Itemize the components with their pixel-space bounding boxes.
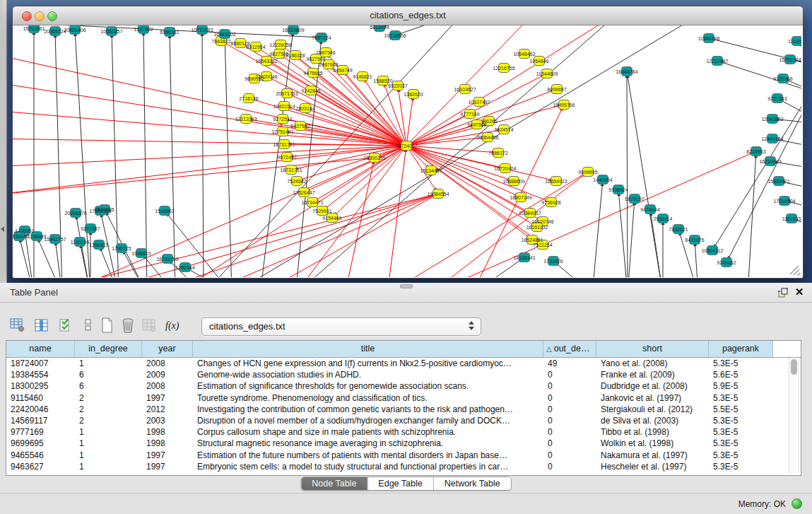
svg-text:19384554: 19384554: [427, 192, 449, 197]
column-header-short[interactable]: short: [596, 341, 709, 357]
svg-text:2520605: 2520605: [95, 207, 114, 212]
tab-node-table[interactable]: Node Table: [301, 477, 367, 490]
table-row[interactable]: 2242004622012Investigating the contribut…: [6, 404, 801, 415]
svg-text:9475685: 9475685: [303, 71, 322, 76]
table-row[interactable]: 1938455462009Genome-wide association stu…: [6, 369, 801, 380]
scrollbar-thumb[interactable]: [791, 359, 797, 375]
citation-edge-red: [295, 151, 403, 277]
citation-edge-black: [695, 246, 698, 277]
tab-network-table[interactable]: Network Table: [433, 477, 511, 490]
svg-text:7386372: 7386372: [488, 151, 507, 156]
citation-edge-black: [143, 35, 147, 277]
column-header-out_de[interactable]: △out_de…: [543, 341, 596, 357]
table-cell: 14569117: [6, 415, 75, 426]
table-selector-combo[interactable]: citations_edges.txt: [201, 317, 481, 336]
svg-text:9672457: 9672457: [277, 155, 296, 160]
table-cell: Tibbo et al. (1998): [596, 426, 709, 438]
combo-stepper-icon: [469, 321, 474, 332]
svg-text:16210643: 16210643: [759, 159, 781, 164]
table-cell: 0: [543, 392, 596, 404]
memory-status-indicator[interactable]: [792, 498, 802, 509]
svg-text:20671753: 20671753: [276, 91, 298, 96]
function-builder-button[interactable]: f(x): [164, 315, 182, 335]
window-resize-grip[interactable]: [790, 266, 800, 276]
svg-text:1112054: 1112054: [788, 39, 801, 44]
svg-text:2933114: 2933114: [654, 216, 673, 221]
citation-edge-black: [225, 40, 232, 277]
table-cell: Estimation of the future numbers of pati…: [193, 450, 543, 461]
citation-edge-red: [13, 158, 368, 195]
citation-edge-black: [202, 36, 204, 277]
table-check-icon: [59, 318, 73, 332]
header-filler: [773, 341, 801, 357]
table-row[interactable]: 1872400712008Changes of HCN gene express…: [6, 358, 801, 369]
float-window-icon[interactable]: [777, 287, 789, 298]
citation-edge-black: [191, 270, 232, 277]
splitter-grip[interactable]: [400, 284, 413, 288]
svg-text:12751441: 12751441: [271, 129, 293, 134]
tab-edge-table[interactable]: Edge Table: [367, 477, 433, 490]
table-cell: 5.5E-5: [709, 404, 773, 415]
svg-text:3915912: 3915912: [13, 234, 29, 239]
column-header-pagerank[interactable]: pagerank: [709, 341, 773, 357]
panel-collapse-arrow-icon[interactable]: [1, 226, 4, 232]
svg-text:1095810: 1095810: [131, 251, 151, 256]
svg-text:18524851: 18524851: [521, 238, 543, 243]
table-cell: 9699695: [6, 438, 75, 449]
svg-text:15692971: 15692971: [767, 179, 789, 184]
show-columns-button[interactable]: [33, 315, 51, 335]
network-window-titlebar[interactable]: citations_edges.txt: [13, 6, 803, 25]
graph-canvas[interactable]: 1872400718300295193845547663822886012889…: [13, 25, 801, 277]
rows-icon: [84, 318, 93, 332]
select-columns-button[interactable]: [57, 315, 75, 335]
table-cell: 19384554: [6, 369, 75, 380]
citation-edge-black: [295, 44, 321, 277]
import-table-button[interactable]: [140, 315, 158, 335]
memory-status-label: Memory: OK: [739, 499, 786, 509]
table-cell: 5.3E-5: [709, 426, 773, 438]
svg-text:9699695: 9699695: [578, 170, 597, 175]
citation-edge-black: [797, 221, 801, 230]
svg-text:9329966: 9329966: [773, 76, 792, 81]
citation-edge-red: [293, 96, 406, 146]
close-panel-icon[interactable]: ✕: [794, 286, 805, 298]
table-cell: Embryonic stem cells: a model to study s…: [193, 461, 543, 472]
column-header-year[interactable]: year: [142, 341, 193, 357]
column-header-name[interactable]: name: [6, 341, 75, 357]
new-column-button[interactable]: [98, 315, 116, 335]
svg-text:1292344: 1292344: [175, 265, 194, 270]
svg-text:16654923: 16654923: [545, 179, 567, 184]
svg-text:1588520: 1588520: [373, 78, 392, 83]
table-cell: Disruption of a novel member of a sodium…: [193, 415, 543, 426]
table-cell: 0: [543, 369, 596, 380]
row-height-button[interactable]: [79, 315, 98, 335]
table-row[interactable]: 977716911998Corpus callosum shape and si…: [6, 426, 801, 438]
vertical-scrollbar[interactable]: [789, 358, 799, 473]
delete-column-button[interactable]: [119, 315, 137, 335]
table-row[interactable]: 969969511998Structural magnetic resonanc…: [6, 438, 801, 449]
svg-text:16782759: 16782759: [156, 257, 178, 262]
svg-text:746266: 746266: [481, 119, 497, 124]
svg-text:20206576: 20206576: [64, 211, 86, 216]
svg-text:9154469: 9154469: [322, 216, 341, 221]
citation-edge-black: [779, 140, 801, 149]
svg-text:11548108: 11548108: [698, 36, 720, 41]
citation-edge-black: [748, 158, 755, 277]
table-row[interactable]: 911546021997Tourette syndrome. Phenomeno…: [6, 392, 801, 404]
column-header-in_degree[interactable]: in_degree: [75, 341, 142, 357]
table-row[interactable]: 946362711997Embryonic stem cells: a mode…: [6, 461, 801, 472]
citation-edge-red: [260, 197, 433, 277]
table-cell: Genome-wide association studies in ADHD.: [193, 369, 543, 380]
table-row[interactable]: 946554611997Estimation of the future num…: [6, 450, 801, 461]
table-row[interactable]: 1456911722003Disruption of a novel membe…: [6, 415, 801, 426]
table-cell: 5.3E-5: [709, 415, 773, 426]
table-cell: 1: [75, 358, 142, 369]
table-cell: 1997: [142, 450, 193, 461]
table-row[interactable]: 1830029562008Estimation of significance …: [6, 380, 801, 392]
table-cell: 2008: [142, 380, 193, 392]
svg-text:7522254: 7522254: [533, 243, 552, 247]
svg-text:18807249: 18807249: [510, 195, 531, 200]
table-settings-button[interactable]: [8, 315, 27, 335]
svg-text:12444154: 12444154: [761, 136, 783, 141]
column-header-title[interactable]: title: [193, 341, 543, 357]
